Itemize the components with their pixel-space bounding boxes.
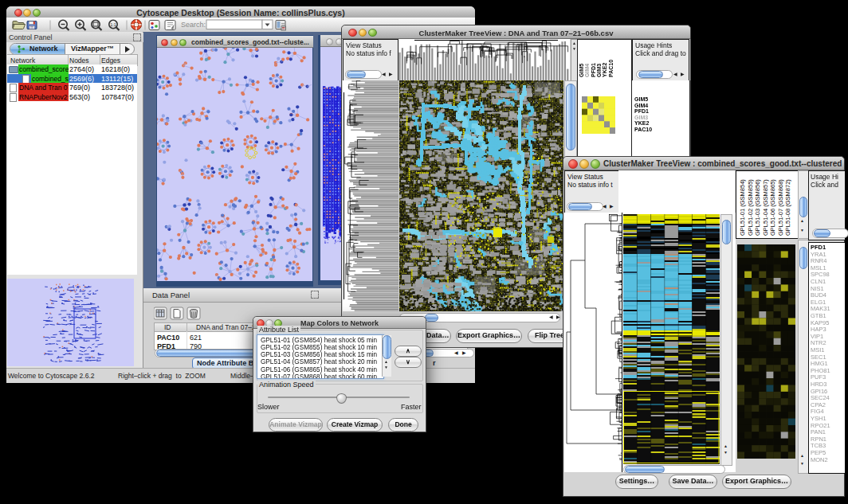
- svg-text:1:1: 1:1: [110, 22, 116, 27]
- svg-text:Search:: Search:: [181, 21, 206, 29]
